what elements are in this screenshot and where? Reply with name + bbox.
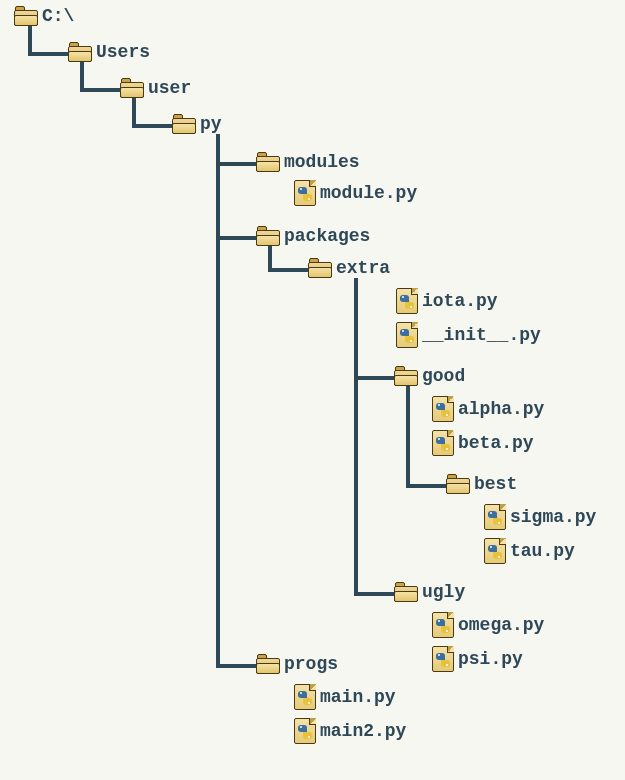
tree-label: progs <box>284 655 338 673</box>
tree-label: alpha.py <box>458 400 544 418</box>
tree-item-main2-py[interactable]: main2.py <box>294 718 406 744</box>
tree-item-module-py[interactable]: module.py <box>294 180 417 206</box>
folder-icon <box>308 258 332 278</box>
tree-label: extra <box>336 259 390 277</box>
tree-label: good <box>422 367 465 385</box>
tree-label: main2.py <box>320 722 406 740</box>
tree-label: main.py <box>320 688 396 706</box>
python-file-icon <box>432 430 454 456</box>
python-file-icon <box>396 322 418 348</box>
tree-line <box>216 664 256 668</box>
tree-label: ugly <box>422 583 465 601</box>
python-file-icon <box>294 684 316 710</box>
folder-icon <box>172 114 196 134</box>
tree-line <box>216 134 220 668</box>
tree-line <box>406 386 410 488</box>
tree-line <box>28 52 68 56</box>
tree-item-users[interactable]: Users <box>68 42 150 62</box>
folder-icon <box>256 152 280 172</box>
python-file-icon <box>432 396 454 422</box>
python-file-icon <box>484 504 506 530</box>
tree-item-init-py[interactable]: __init__.py <box>396 322 541 348</box>
tree-item-py[interactable]: py <box>172 114 222 134</box>
tree-item-psi-py[interactable]: psi.py <box>432 646 523 672</box>
tree-label: packages <box>284 227 370 245</box>
tree-item-best[interactable]: best <box>446 474 517 494</box>
folder-icon <box>446 474 470 494</box>
tree-line <box>354 592 394 596</box>
python-file-icon <box>432 646 454 672</box>
tree-line <box>268 268 308 272</box>
tree-label: iota.py <box>422 292 498 310</box>
tree-item-tau-py[interactable]: tau.py <box>484 538 575 564</box>
tree-item-alpha-py[interactable]: alpha.py <box>432 396 544 422</box>
tree-item-iota-py[interactable]: iota.py <box>396 288 498 314</box>
tree-label: sigma.py <box>510 508 596 526</box>
tree-label: py <box>200 115 222 133</box>
folder-icon <box>394 582 418 602</box>
folder-icon <box>68 42 92 62</box>
tree-label: omega.py <box>458 616 544 634</box>
tree-label: C:\ <box>42 7 74 25</box>
tree-item-packages[interactable]: packages <box>256 226 370 246</box>
python-file-icon <box>294 180 316 206</box>
tree-label: __init__.py <box>422 326 541 344</box>
python-file-icon <box>294 718 316 744</box>
tree-item-sigma-py[interactable]: sigma.py <box>484 504 596 530</box>
folder-icon <box>394 366 418 386</box>
tree-line <box>216 236 256 240</box>
tree-line <box>132 124 172 128</box>
tree-label: tau.py <box>510 542 575 560</box>
tree-label: Users <box>96 43 150 61</box>
folder-icon <box>14 6 38 26</box>
tree-line <box>354 376 394 380</box>
tree-label: best <box>474 475 517 493</box>
tree-item-modules[interactable]: modules <box>256 152 360 172</box>
tree-line <box>216 162 256 166</box>
tree-item-extra[interactable]: extra <box>308 258 390 278</box>
tree-line <box>80 88 120 92</box>
python-file-icon <box>484 538 506 564</box>
tree-label: modules <box>284 153 360 171</box>
folder-icon <box>120 78 144 98</box>
tree-item-beta-py[interactable]: beta.py <box>432 430 534 456</box>
tree-label: psi.py <box>458 650 523 668</box>
tree-line <box>406 484 446 488</box>
tree-item-ugly[interactable]: ugly <box>394 582 465 602</box>
tree-label: beta.py <box>458 434 534 452</box>
tree-label: user <box>148 79 191 97</box>
folder-icon <box>256 226 280 246</box>
python-file-icon <box>396 288 418 314</box>
tree-item-user[interactable]: user <box>120 78 191 98</box>
tree-item-main-py[interactable]: main.py <box>294 684 396 710</box>
file-tree: C:\ Users user py modules module.py pack… <box>0 0 625 780</box>
tree-item-root[interactable]: C:\ <box>14 6 74 26</box>
folder-icon <box>256 654 280 674</box>
tree-label: module.py <box>320 184 417 202</box>
tree-item-progs[interactable]: progs <box>256 654 338 674</box>
tree-item-omega-py[interactable]: omega.py <box>432 612 544 638</box>
python-file-icon <box>432 612 454 638</box>
tree-item-good[interactable]: good <box>394 366 465 386</box>
tree-line <box>354 278 358 596</box>
